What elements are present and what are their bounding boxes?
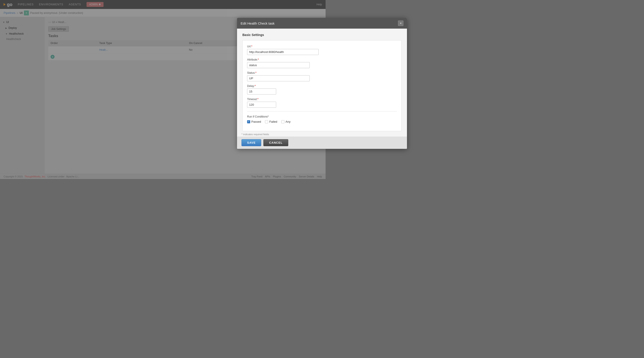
url-required: * — [251, 45, 252, 48]
run-if-label: Run If Conditions* — [247, 115, 326, 118]
modal-header: Edit Health Check task × — [237, 18, 326, 28]
status-label: Status:* — [247, 71, 326, 74]
modal-dialog: Edit Health Check task × Basic Settings … — [237, 18, 326, 149]
passed-label: Passed — [251, 120, 261, 123]
cancel-button[interactable]: CANCEL — [264, 139, 288, 146]
attribute-label: Attribute:* — [247, 58, 326, 61]
save-button[interactable]: SAVE — [242, 139, 261, 146]
modal-overlay: Edit Health Check task × Basic Settings … — [0, 0, 326, 179]
attribute-input[interactable] — [247, 62, 310, 68]
form-group-run-if: Run If Conditions* Passed Failed — [247, 115, 326, 123]
modal-section-title: Basic Settings — [242, 33, 326, 37]
modal-body: Basic Settings Url:* Attribute:* — [237, 28, 326, 131]
modal-footer: SAVE CANCEL — [237, 137, 326, 149]
any-label: Any — [286, 120, 290, 123]
timeout-label: Timeout:* — [247, 98, 326, 101]
status-required: * — [255, 71, 256, 74]
run-if-failed[interactable]: Failed — [265, 120, 277, 123]
any-checkbox[interactable] — [281, 120, 284, 123]
form-divider — [247, 111, 326, 111]
url-input[interactable] — [247, 49, 319, 55]
passed-checkbox[interactable] — [247, 120, 250, 123]
attribute-required: * — [258, 58, 259, 61]
modal-form: Url:* Attribute:* Status:* — [242, 40, 326, 131]
form-group-delay: Delay:* — [247, 84, 326, 94]
delay-label: Delay:* — [247, 84, 326, 88]
failed-checkbox[interactable] — [265, 120, 268, 123]
form-group-url: Url:* — [247, 45, 326, 55]
form-group-attribute: Attribute:* — [247, 58, 326, 68]
run-if-passed[interactable]: Passed — [247, 120, 261, 123]
modal-title: Edit Health Check task — [240, 21, 274, 25]
timeout-required: * — [258, 98, 258, 101]
delay-input[interactable] — [247, 88, 276, 94]
run-if-options: Passed Failed Any — [247, 120, 326, 123]
form-group-timeout: Timeout:* — [247, 98, 326, 108]
timeout-input[interactable] — [247, 102, 276, 108]
modal-footer-note: * indicates required fields — [237, 131, 326, 137]
failed-label: Failed — [269, 120, 277, 123]
form-group-status: Status:* — [247, 71, 326, 81]
run-if-any[interactable]: Any — [281, 120, 290, 123]
url-label: Url:* — [247, 45, 326, 48]
run-if-required: * — [268, 115, 269, 118]
delay-required: * — [255, 84, 256, 88]
status-input[interactable] — [247, 75, 310, 81]
